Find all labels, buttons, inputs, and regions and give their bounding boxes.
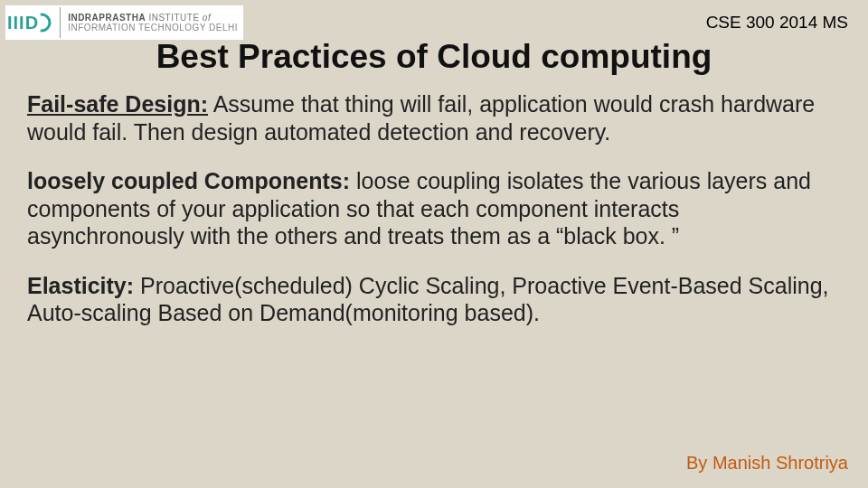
logo-line1-strong: INDRAPRASTHA <box>68 13 146 23</box>
logo-line1-mid: INSTITUTE <box>146 13 203 23</box>
section-failsafe: Fail-safe Design: Assume that thing will… <box>27 90 841 145</box>
slide-body: Fail-safe Design: Assume that thing will… <box>27 90 841 349</box>
section-heading: Elasticity: <box>27 273 134 298</box>
logo-mark-prefix: III <box>7 13 25 33</box>
section-loose-coupling: loosely coupled Components: loose coupli… <box>27 167 841 250</box>
section-text: Proactive(scheduled) Cyclic Scaling, Pro… <box>27 273 829 326</box>
slide-title: Best Practices of Cloud computing <box>0 38 868 76</box>
logo-mark: IIID <box>7 13 52 33</box>
logo-line1-suffix: of <box>203 13 211 23</box>
logo-arc-icon <box>40 13 52 33</box>
course-code: CSE 300 2014 MS <box>706 13 848 33</box>
logo-text: INDRAPRASTHA INSTITUTE of INFORMATION TE… <box>68 13 238 33</box>
section-elasticity: Elasticity: Proactive(scheduled) Cyclic … <box>27 272 841 327</box>
section-heading: loosely coupled Components: <box>27 168 350 193</box>
logo-line2: INFORMATION TECHNOLOGY DELHI <box>68 23 238 33</box>
slide: IIID INDRAPRASTHA INSTITUTE of INFORMATI… <box>0 0 868 488</box>
author-credit: By Manish Shrotriya <box>686 453 848 474</box>
logo-divider <box>60 7 61 38</box>
logo-mark-letter: D <box>25 13 39 33</box>
institute-logo: IIID INDRAPRASTHA INSTITUTE of INFORMATI… <box>5 5 243 40</box>
logo-line1: INDRAPRASTHA INSTITUTE of <box>68 13 238 23</box>
section-heading: Fail-safe Design: <box>27 91 208 117</box>
